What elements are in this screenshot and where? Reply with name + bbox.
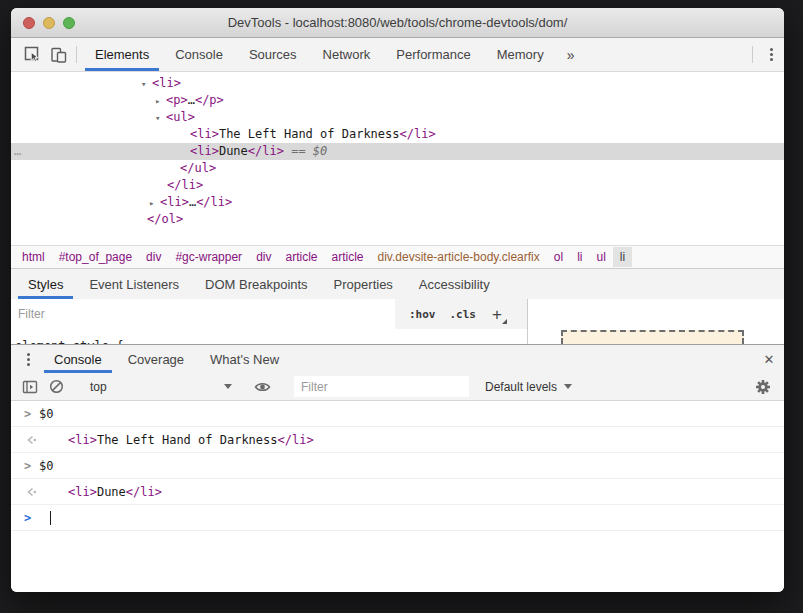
dom-tree-row[interactable]: </ul> [11,160,784,177]
devtools-toolbar: ElementsConsoleSourcesNetworkPerformance… [11,38,784,72]
breadcrumb-gc-wrapper[interactable]: #gc-wrapper [168,247,249,267]
text-cursor [50,511,51,525]
execution-context-selector[interactable]: top [80,380,238,394]
dom-node-tag: <li> [160,195,189,209]
sidebar-tab-styles[interactable]: Styles [18,269,73,299]
breadcrumb-li[interactable]: li [570,247,589,267]
box-model-margin-box[interactable] [561,330,744,344]
expand-arrow-right-icon[interactable]: ▸ [149,195,154,212]
dom-tree-row[interactable]: ▸<li>…</li> [11,194,784,211]
dom-tree-row[interactable]: ▾<li> [11,75,784,92]
expand-arrow-down-icon[interactable]: ▾ [141,76,146,93]
breadcrumb-ol[interactable]: ol [547,247,570,267]
tab-more[interactable]: » [560,38,582,71]
chevron-down-icon [564,384,572,389]
console-settings-gear-icon[interactable] [750,379,776,395]
log-levels-dropdown[interactable]: Default levels [485,380,572,394]
dom-tree-row[interactable]: ▸<p>…</p> [11,92,784,109]
dom-tree-row[interactable]: …<li>Dune</li> == $0 [11,143,784,160]
styles-sidebar-tab-strip: StylesEvent ListenersDOM BreakpointsProp… [11,268,784,299]
dom-node-tag: </li> [196,195,232,209]
console-result-arrow-icon [24,485,38,499]
close-window-button[interactable] [23,17,35,29]
console-toolbar: top Default levels [11,373,784,401]
dom-node-tag: <li> [190,144,219,158]
console-message-text: $0 [39,459,53,473]
styles-filter-row: :hov .cls + [11,299,527,329]
clear-console-icon[interactable] [43,379,69,394]
breadcrumb-div[interactable]: div [249,247,278,267]
toolbar-separator [752,46,753,63]
tab-network[interactable]: Network [313,38,381,71]
console-text-tag: <li> [68,433,97,447]
expand-arrow-right-icon[interactable]: ▸ [155,93,160,110]
breadcrumb-html[interactable]: html [15,247,52,267]
breadcrumb-ul[interactable]: ul [589,247,612,267]
styles-rule-clipped: element.style { [11,329,527,344]
dom-node-tag: </li> [167,178,203,192]
close-drawer-button[interactable]: ✕ [754,345,784,373]
dom-breadcrumb-bar: html#top_of_pagediv#gc-wrapperdivarticle… [11,245,784,268]
console-input-row: >$0 [11,453,784,479]
live-expression-eye-icon[interactable] [249,379,275,395]
device-toolbar-icon[interactable] [45,38,71,71]
drawer-tab-console[interactable]: Console [44,345,112,373]
dom-tree-row[interactable]: </ol> [11,211,784,228]
pseudo-state-button[interactable]: :hov [409,308,436,321]
toolbar-separator [76,46,77,63]
console-message-text: <li>Dune</li> [68,485,162,499]
styles-filter-input[interactable] [11,299,395,329]
dom-node-tag: <ul> [166,110,195,124]
dom-tree-row[interactable]: ▾<ul> [11,109,784,126]
box-model-pane [527,299,784,344]
drawer-tab-strip: ConsoleCoverageWhat's New [41,345,292,373]
sidebar-tab-event-listeners[interactable]: Event Listeners [79,269,189,299]
overflow-menu-icon[interactable] [758,38,784,71]
breadcrumb-top-of-page[interactable]: #top_of_page [52,247,139,267]
node-menu-ellipsis[interactable]: … [14,143,22,160]
breadcrumb-div-devsite-article-body-clearfix[interactable]: div.devsite-article-body.clearfix [371,247,547,267]
styles-sidebar-body: :hov .cls + element.style { [11,299,784,344]
sidebar-tab-accessibility[interactable]: Accessibility [409,269,500,299]
element-classes-button[interactable]: .cls [450,308,477,321]
dom-node-tag: </ol> [147,212,183,226]
toolbar-spacer [584,38,747,71]
drawer-tab-what-s-new[interactable]: What's New [200,345,289,373]
log-levels-label: Default levels [485,380,557,394]
console-filter-input[interactable] [294,376,469,397]
breadcrumb-article[interactable]: article [324,247,370,267]
tab-sources[interactable]: Sources [239,38,307,71]
titlebar: DevTools - localhost:8080/web/tools/chro… [11,8,784,38]
console-result-arrow-icon [24,433,38,447]
console-input-chevron-icon: > [24,459,38,473]
sidebar-tab-properties[interactable]: Properties [324,269,403,299]
devtools-window: DevTools - localhost:8080/web/tools/chro… [11,8,784,592]
tab-elements[interactable]: Elements [85,38,159,71]
console-input-chevron-icon: > [24,407,38,421]
drawer-menu-icon[interactable] [15,345,41,373]
breadcrumb-div[interactable]: div [139,247,168,267]
window-title: DevTools - localhost:8080/web/tools/chro… [228,15,568,30]
console-input-row: >$0 [11,401,784,427]
tab-console[interactable]: Console [165,38,233,71]
console-sidebar-icon[interactable] [17,379,43,395]
dom-tree-row[interactable]: </li> [11,177,784,194]
expand-arrow-down-icon[interactable]: ▾ [155,110,160,127]
tab-memory[interactable]: Memory [487,38,554,71]
console-prompt-chevron-icon: > [24,511,38,525]
sidebar-tab-dom-breakpoints[interactable]: DOM Breakpoints [195,269,318,299]
console-drawer: ConsoleCoverageWhat's New ✕ top [11,344,784,592]
console-message-text: <li>The Left Hand of Darkness</li> [68,433,314,447]
breadcrumb-article[interactable]: article [278,247,324,267]
minimize-window-button[interactable] [43,17,55,29]
console-message-text: $0 [39,407,53,421]
new-style-rule-button[interactable]: + [492,306,502,323]
breadcrumb-li[interactable]: li [613,247,632,267]
dom-tree-row[interactable]: <li>The Left Hand of Darkness</li> [11,126,784,143]
console-prompt-row[interactable]: > [11,505,784,531]
zoom-window-button[interactable] [63,17,75,29]
inspect-element-icon[interactable] [19,38,45,71]
tab-performance[interactable]: Performance [386,38,480,71]
drawer-tab-coverage[interactable]: Coverage [118,345,194,373]
dom-node-tag: </ul> [180,161,216,175]
